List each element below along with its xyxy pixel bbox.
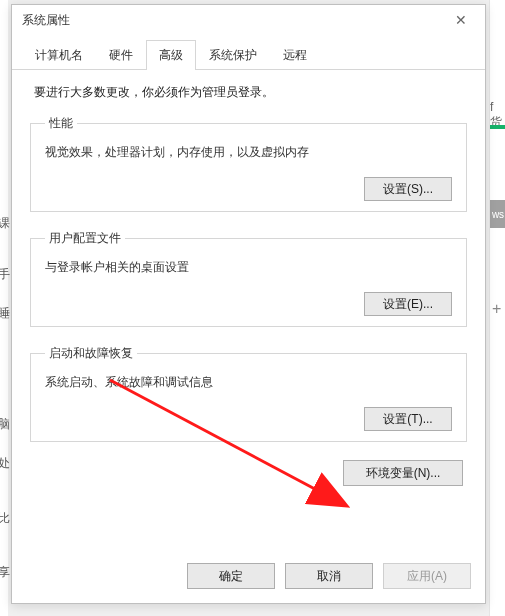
cancel-button[interactable]: 取消: [285, 563, 373, 589]
bg-text: 比: [0, 510, 10, 527]
close-icon: ✕: [455, 12, 467, 28]
background-right-strip: f货 ws +: [489, 0, 505, 616]
tab-advanced[interactable]: 高级: [146, 40, 196, 70]
performance-legend: 性能: [45, 115, 77, 132]
dialog-content: 要进行大多数更改，你必须作为管理员登录。 性能 视觉效果，处理器计划，内存使用，…: [12, 70, 485, 553]
tab-system-protection[interactable]: 系统保护: [196, 40, 270, 70]
startup-recovery-group: 启动和故障恢复 系统启动、系统故障和调试信息 设置(T)...: [30, 345, 467, 442]
user-profiles-group: 用户配置文件 与登录帐户相关的桌面设置 设置(E)...: [30, 230, 467, 327]
user-profiles-desc: 与登录帐户相关的桌面设置: [45, 259, 452, 276]
apply-button[interactable]: 应用(A): [383, 563, 471, 589]
environment-variables-button[interactable]: 环境变量(N)...: [343, 460, 463, 486]
dialog-title: 系统属性: [22, 12, 70, 29]
user-profiles-settings-button[interactable]: 设置(E)...: [364, 292, 452, 316]
dialog-buttons: 确定 取消 应用(A): [12, 553, 485, 603]
titlebar: 系统属性 ✕: [12, 5, 485, 35]
performance-settings-button[interactable]: 设置(S)...: [364, 177, 452, 201]
bg-text: 课: [0, 215, 10, 232]
bg-text: 处: [0, 455, 10, 472]
performance-group: 性能 视觉效果，处理器计划，内存使用，以及虚拟内存 设置(S)...: [30, 115, 467, 212]
system-properties-dialog: 系统属性 ✕ 计算机名 硬件 高级 系统保护 远程 要进行大多数更改，你必须作为…: [11, 4, 486, 604]
background-left-strip: 课 手 睡 脑 处 比 享: [0, 0, 8, 616]
bg-text: 享: [0, 564, 10, 581]
plus-icon: +: [492, 300, 501, 318]
startup-recovery-legend: 启动和故障恢复: [45, 345, 137, 362]
tabs: 计算机名 硬件 高级 系统保护 远程: [12, 35, 485, 70]
ok-button[interactable]: 确定: [187, 563, 275, 589]
user-profiles-legend: 用户配置文件: [45, 230, 125, 247]
close-button[interactable]: ✕: [445, 8, 477, 32]
startup-recovery-desc: 系统启动、系统故障和调试信息: [45, 374, 452, 391]
performance-desc: 视觉效果，处理器计划，内存使用，以及虚拟内存: [45, 144, 452, 161]
bg-tag: ws: [490, 200, 505, 228]
tab-hardware[interactable]: 硬件: [96, 40, 146, 70]
startup-recovery-settings-button[interactable]: 设置(T)...: [364, 407, 452, 431]
bg-green-underline: [490, 125, 505, 129]
admin-note: 要进行大多数更改，你必须作为管理员登录。: [34, 84, 463, 101]
bg-text: 手: [0, 266, 10, 283]
env-row: 环境变量(N)...: [30, 460, 463, 486]
bg-text: 脑: [0, 416, 10, 433]
tab-remote[interactable]: 远程: [270, 40, 320, 70]
tab-computer-name[interactable]: 计算机名: [22, 40, 96, 70]
bg-text: 睡: [0, 305, 10, 322]
